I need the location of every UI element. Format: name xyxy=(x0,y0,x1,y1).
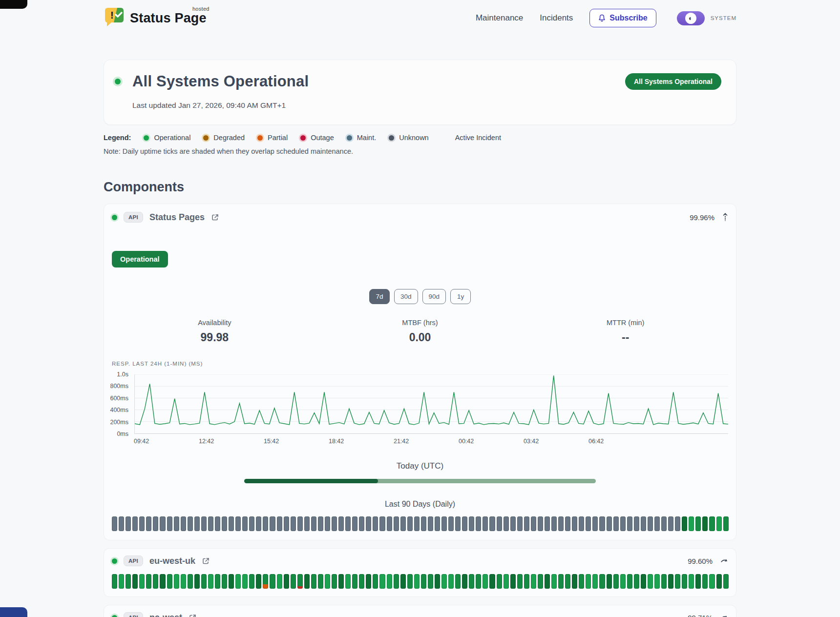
uptime-tick[interactable] xyxy=(607,516,612,531)
uptime-tick[interactable] xyxy=(572,516,577,531)
uptime-tick[interactable] xyxy=(702,574,708,589)
uptime-tick[interactable] xyxy=(634,516,639,531)
subscribe-button[interactable]: Subscribe xyxy=(589,9,656,27)
uptime-tick[interactable] xyxy=(702,516,708,531)
uptime-tick[interactable] xyxy=(613,574,619,589)
uptime-tick[interactable] xyxy=(359,574,364,589)
uptime-tick[interactable] xyxy=(345,574,351,589)
uptime-tick[interactable] xyxy=(256,574,261,589)
uptime-tick[interactable] xyxy=(435,574,440,589)
uptime-tick[interactable] xyxy=(194,574,200,589)
range-7d-button[interactable]: 7d xyxy=(369,289,390,304)
uptime-tick[interactable] xyxy=(112,574,117,589)
external-link-icon[interactable] xyxy=(202,557,210,565)
uptime-tick[interactable] xyxy=(270,516,275,531)
uptime-tick[interactable] xyxy=(592,574,598,589)
uptime-tick[interactable] xyxy=(641,516,646,531)
uptime-tick[interactable] xyxy=(414,574,420,589)
uptime-tick[interactable] xyxy=(153,574,158,589)
uptime-tick[interactable] xyxy=(181,574,186,589)
uptime-tick[interactable] xyxy=(620,574,626,589)
uptime-tick[interactable] xyxy=(497,516,502,531)
uptime-tick[interactable] xyxy=(222,574,227,589)
uptime-tick[interactable] xyxy=(215,516,220,531)
uptime-tick[interactable] xyxy=(476,574,481,589)
uptime-tick[interactable] xyxy=(407,516,413,531)
uptime-tick[interactable] xyxy=(215,574,220,589)
uptime-tick[interactable] xyxy=(167,574,172,589)
uptime-tick[interactable] xyxy=(311,574,316,589)
uptime-tick[interactable] xyxy=(435,516,440,531)
uptime-tick[interactable] xyxy=(579,516,584,531)
uptime-tick[interactable] xyxy=(277,516,282,531)
uptime-tick[interactable] xyxy=(201,574,207,589)
uptime-tick[interactable] xyxy=(304,574,310,589)
uptime-tick[interactable] xyxy=(455,516,461,531)
uptime-tick[interactable] xyxy=(531,516,536,531)
expand-icon[interactable] xyxy=(720,558,728,564)
uptime-tick[interactable] xyxy=(531,574,536,589)
uptime-tick[interactable] xyxy=(682,574,687,589)
uptime-tick[interactable] xyxy=(325,516,330,531)
uptime-tick[interactable] xyxy=(428,516,433,531)
uptime-tick[interactable] xyxy=(551,516,557,531)
uptime-tick[interactable] xyxy=(620,516,626,531)
uptime-tick[interactable] xyxy=(421,574,426,589)
uptime-tick[interactable] xyxy=(476,516,481,531)
uptime-tick[interactable] xyxy=(174,574,179,589)
uptime-tick[interactable] xyxy=(304,516,310,531)
uptime-tick[interactable] xyxy=(277,574,282,589)
uptime-tick[interactable] xyxy=(641,574,646,589)
uptime-tick[interactable] xyxy=(668,516,673,531)
theme-toggle[interactable]: ◐ xyxy=(677,11,705,25)
collapse-icon[interactable] xyxy=(722,213,728,222)
uptime-tick[interactable] xyxy=(709,516,714,531)
external-link-icon[interactable] xyxy=(211,213,219,222)
uptime-tick[interactable] xyxy=(366,516,371,531)
uptime-tick[interactable] xyxy=(263,574,268,589)
uptime-tick[interactable] xyxy=(428,574,433,589)
uptime-tick[interactable] xyxy=(284,516,289,531)
uptime-tick[interactable] xyxy=(338,574,344,589)
uptime-tick[interactable] xyxy=(146,574,151,589)
uptime-tick[interactable] xyxy=(291,516,296,531)
uptime-tick[interactable] xyxy=(126,516,131,531)
uptime-tick[interactable] xyxy=(716,516,722,531)
uptime-tick[interactable] xyxy=(448,574,454,589)
uptime-tick[interactable] xyxy=(387,574,392,589)
uptime-tick[interactable] xyxy=(545,516,550,531)
uptime-tick[interactable] xyxy=(366,574,371,589)
uptime-tick[interactable] xyxy=(146,516,151,531)
uptime-tick[interactable] xyxy=(592,516,598,531)
uptime-tick[interactable] xyxy=(586,516,591,531)
uptime-tick[interactable] xyxy=(325,574,330,589)
uptime-tick[interactable] xyxy=(565,516,570,531)
uptime-tick[interactable] xyxy=(675,574,680,589)
uptime-tick[interactable] xyxy=(352,574,357,589)
uptime-tick[interactable] xyxy=(338,516,344,531)
uptime-tick[interactable] xyxy=(242,574,248,589)
uptime-tick[interactable] xyxy=(119,516,124,531)
uptime-tick[interactable] xyxy=(373,574,378,589)
uptime-tick[interactable] xyxy=(379,516,385,531)
uptime-tick[interactable] xyxy=(565,574,570,589)
uptime-tick[interactable] xyxy=(222,516,227,531)
uptime-tick[interactable] xyxy=(634,574,639,589)
nav-incidents[interactable]: Incidents xyxy=(540,13,573,23)
uptime-tick[interactable] xyxy=(497,574,502,589)
uptime-tick[interactable] xyxy=(181,516,186,531)
uptime-tick[interactable] xyxy=(661,516,667,531)
uptime-tick[interactable] xyxy=(538,516,543,531)
uptime-tick[interactable] xyxy=(256,516,261,531)
uptime-tick[interactable] xyxy=(682,516,687,531)
uptime-tick[interactable] xyxy=(462,516,467,531)
brand[interactable]: ! Status Page hosted xyxy=(104,7,207,29)
uptime-tick[interactable] xyxy=(132,516,138,531)
uptime-tick[interactable] xyxy=(558,516,564,531)
uptime-tick[interactable] xyxy=(297,574,303,589)
uptime-tick[interactable] xyxy=(379,574,385,589)
uptime-tick[interactable] xyxy=(400,574,406,589)
uptime-tick[interactable] xyxy=(407,574,413,589)
uptime-tick[interactable] xyxy=(695,574,701,589)
range-90d-button[interactable]: 90d xyxy=(422,289,446,304)
